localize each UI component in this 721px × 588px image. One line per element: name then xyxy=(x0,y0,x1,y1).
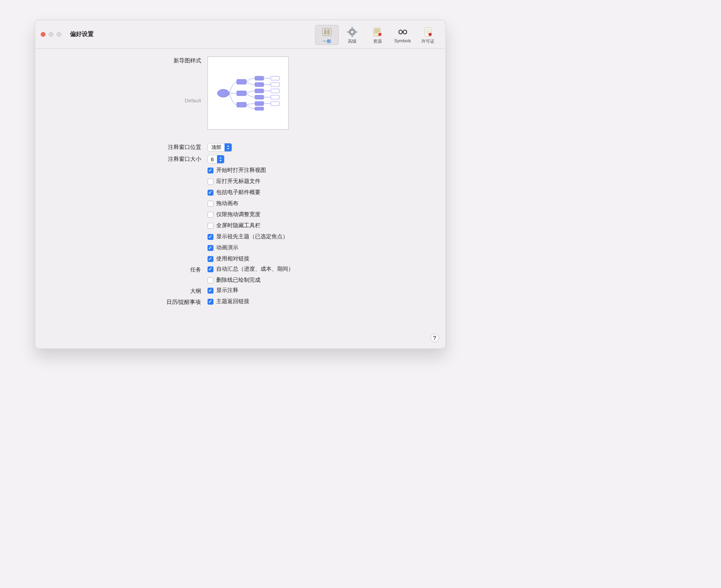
checkbox-label: 使用相对链接 xyxy=(216,255,249,262)
style-preview[interactable] xyxy=(208,57,289,130)
checkbox-topic-backlink[interactable] xyxy=(208,299,213,305)
svg-rect-5 xyxy=(351,27,353,29)
titlebar: 偏好设置 一般 高级 资源 xyxy=(35,20,445,49)
checkbox-show-notes-outline[interactable] xyxy=(208,288,213,294)
checkbox-label: 仅限拖动调整宽度 xyxy=(216,211,260,218)
svg-rect-16 xyxy=(237,102,246,107)
help-button[interactable]: ? xyxy=(430,334,439,342)
minimize-button[interactable] xyxy=(49,32,53,37)
content: 新导图样式 xyxy=(35,49,445,314)
checkbox-strike-done[interactable] xyxy=(208,277,213,283)
infinity-icon xyxy=(397,26,408,38)
checkbox-label: 开始时打开注释视图 xyxy=(216,167,266,174)
switch-icon xyxy=(321,26,332,38)
checkbox-label: 显示祖先主题（已选定焦点） xyxy=(216,233,288,240)
svg-rect-2 xyxy=(328,30,329,34)
resources-icon xyxy=(372,26,383,38)
checkbox-drag-canvas[interactable] xyxy=(208,201,213,207)
zoom-button[interactable] xyxy=(57,32,61,37)
checkbox-label: 自动汇总（进度、成本、期间） xyxy=(216,266,294,273)
tab-symbols[interactable]: Symbols xyxy=(391,25,415,44)
chevron-updown-icon xyxy=(225,143,232,151)
label-notes-position: 注释窗口位置 xyxy=(43,143,201,151)
label-calendar: 日历/提醒事项 xyxy=(43,298,201,306)
select-notes-size[interactable]: 6 xyxy=(208,155,225,164)
svg-rect-17 xyxy=(255,76,264,80)
preferences-window: 偏好设置 一般 高级 资源 xyxy=(35,20,446,349)
label-tasks: 任务 xyxy=(43,266,201,273)
checkbox-relative-links[interactable] xyxy=(208,256,213,262)
tab-general[interactable]: 一般 xyxy=(315,25,339,45)
checkbox-hide-toolbar-fullscreen[interactable] xyxy=(208,223,213,229)
svg-point-13 xyxy=(217,89,229,97)
close-button[interactable] xyxy=(41,32,45,37)
window-controls xyxy=(41,32,61,37)
checkbox-label: 包括电子邮件概要 xyxy=(216,189,260,196)
svg-rect-23 xyxy=(271,76,279,80)
svg-rect-1 xyxy=(325,30,326,34)
checkbox-include-email[interactable] xyxy=(208,190,213,196)
chevron-updown-icon xyxy=(217,155,224,163)
svg-rect-8 xyxy=(355,32,357,33)
select-notes-position[interactable]: 顶部 xyxy=(208,143,232,152)
checkbox-open-notes-on-start[interactable] xyxy=(208,168,213,173)
checkbox-auto-rollup[interactable] xyxy=(208,266,213,272)
window-title: 偏好设置 xyxy=(70,30,94,38)
checkbox-animate[interactable] xyxy=(208,245,213,251)
checkbox-drag-width-only[interactable] xyxy=(208,212,213,218)
svg-rect-27 xyxy=(271,102,279,106)
checkbox-show-ancestor[interactable] xyxy=(208,234,213,240)
toolbar: 一般 高级 资源 Symbols xyxy=(315,23,440,45)
svg-rect-25 xyxy=(271,89,279,93)
svg-point-10 xyxy=(378,33,381,36)
tab-resources[interactable]: 资源 xyxy=(366,25,389,45)
label-default: Default xyxy=(43,98,201,104)
checkbox-label: 应打开无标题文件 xyxy=(216,178,260,185)
svg-rect-7 xyxy=(347,32,349,33)
svg-rect-14 xyxy=(237,79,246,84)
svg-point-12 xyxy=(428,33,432,36)
tab-license[interactable]: 许可证 xyxy=(416,25,440,45)
checkbox-label: 主题返回链接 xyxy=(216,298,249,305)
svg-rect-0 xyxy=(323,28,331,36)
svg-rect-19 xyxy=(255,89,264,93)
svg-rect-26 xyxy=(271,95,279,99)
checkbox-label: 全屏时隐藏工具栏 xyxy=(216,222,260,229)
checkbox-label: 删除线已绘制完成 xyxy=(216,277,260,284)
checkbox-label: 显示注释 xyxy=(216,287,238,294)
gear-icon xyxy=(347,26,358,38)
svg-rect-21 xyxy=(255,102,264,106)
svg-rect-22 xyxy=(255,107,264,110)
license-icon xyxy=(423,26,434,38)
svg-rect-18 xyxy=(255,83,264,87)
svg-rect-6 xyxy=(351,35,353,37)
label-outline: 大纲 xyxy=(43,287,201,295)
checkbox-open-untitled[interactable] xyxy=(208,179,213,185)
svg-point-4 xyxy=(351,31,353,34)
label-notes-size: 注释窗口大小 xyxy=(43,155,201,163)
svg-rect-20 xyxy=(255,95,264,99)
svg-rect-24 xyxy=(271,83,279,87)
checkbox-label: 动画演示 xyxy=(216,244,238,251)
label-new-map-style: 新导图样式 xyxy=(43,57,201,64)
tab-advanced[interactable]: 高级 xyxy=(340,25,364,45)
checkbox-label: 拖动画布 xyxy=(216,200,238,207)
svg-rect-15 xyxy=(237,91,246,96)
